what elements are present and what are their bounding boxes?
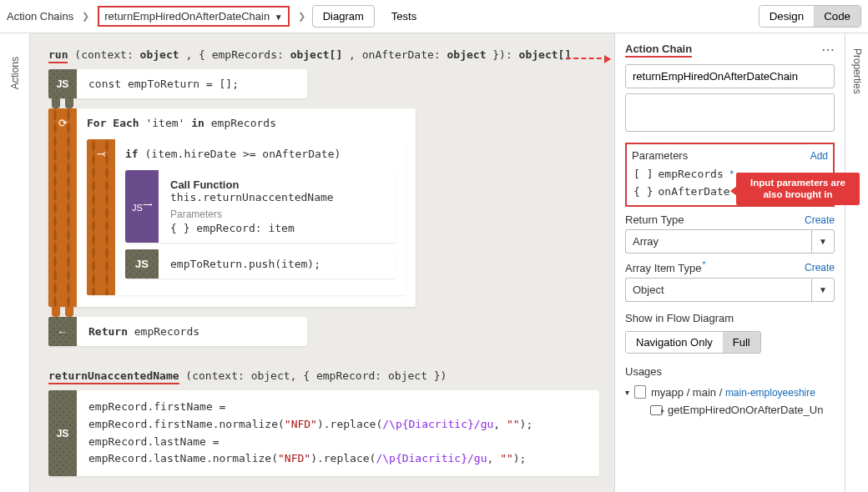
view-toggle: Design Code [759, 5, 861, 28]
usages-label: Usages [625, 365, 835, 378]
create-return-type-link[interactable]: Create [805, 214, 835, 226]
js-icon: JS [48, 69, 77, 98]
usage-parent[interactable]: ▾ myapp / main / main-employeeshire [625, 383, 835, 401]
chevron-down-icon: ▼ [275, 13, 283, 22]
breadcrumb: Action Chains ❯ returnEmpHiredOnAfterDat… [7, 6, 305, 27]
show-in-flow-label: Show in Flow Diagram [625, 312, 734, 324]
chevron-right-icon: ❯ [298, 11, 305, 22]
function-signature-returnUnaccentedName: returnUnaccentedName (context: object, {… [48, 369, 596, 382]
annotation-arrow-icon [566, 58, 609, 59]
seg-full[interactable]: Full [723, 332, 760, 353]
right-rail: Properties [845, 33, 868, 492]
collapse-icon[interactable]: ▾ [625, 388, 629, 397]
file-icon [634, 385, 646, 399]
return-type-select[interactable]: Array [625, 229, 811, 254]
array-item-type-label: Array Item Type [625, 262, 702, 274]
chevron-down-icon[interactable]: ▼ [811, 229, 835, 254]
panel-title: Action Chain [625, 43, 692, 58]
seg-navigation-only[interactable]: Navigation Only [626, 332, 723, 353]
chevron-right-icon: ❯ [82, 11, 89, 22]
return-icon: ← [48, 317, 77, 346]
action-chain-icon [650, 405, 663, 415]
foreach-header: For Each 'item' in empRecords [87, 117, 406, 129]
usage-child[interactable]: getEmpHiredOnOrAfterDate_Un [625, 401, 835, 419]
properties-panel: Action Chain ⋯ Parameters Add [ ] empRec… [614, 33, 845, 492]
diagram-canvas: run (context: object , { empRecords: obj… [30, 33, 614, 492]
callout-annotation: Input parameters are also brought in [736, 173, 860, 205]
tab-tests[interactable]: Tests [381, 6, 426, 27]
parameters-label: Parameters [632, 149, 688, 162]
js-icon: JS [125, 249, 159, 279]
chain-id-input[interactable] [625, 64, 835, 88]
left-rail-label[interactable]: Actions [9, 57, 21, 89]
chain-description-input[interactable] [625, 93, 835, 132]
return-node[interactable]: ← Return empRecords [48, 317, 307, 346]
loop-icon: ⟳ [48, 108, 77, 307]
left-rail: Actions [0, 33, 30, 492]
call-function-icon: JS⟶ [125, 170, 159, 243]
js-node-const[interactable]: JS const empToReturn = []; [48, 69, 307, 98]
call-function-node[interactable]: JS⟶ Call Function this.returnUnaccentedN… [125, 170, 396, 243]
js-node-push[interactable]: JS empToReturn.push(item); [125, 249, 396, 279]
tab-diagram[interactable]: Diagram [312, 5, 375, 28]
add-parameter-link[interactable]: Add [810, 150, 828, 162]
right-rail-label[interactable]: Properties [851, 48, 863, 94]
chevron-down-icon[interactable]: ▼ [811, 278, 835, 302]
breadcrumb-root[interactable]: Action Chains [7, 10, 73, 23]
toggle-code[interactable]: Code [814, 6, 860, 27]
if-node[interactable]: ⤙ if (item.hireDate >= onAfterDate) JS⟶ … [87, 139, 406, 295]
toggle-design[interactable]: Design [760, 6, 815, 27]
if-condition: if (item.hireDate >= onAfterDate) [125, 148, 396, 160]
create-array-item-link[interactable]: Create [805, 262, 835, 274]
more-menu-icon[interactable]: ⋯ [821, 42, 835, 58]
js-icon: JS [48, 390, 77, 476]
js-node-normalize[interactable]: JS empRecord.firstName = empRecord.first… [48, 390, 599, 476]
array-item-type-select[interactable]: Object [625, 278, 811, 302]
return-type-label: Return Type [625, 213, 684, 226]
function-signature-run: run (context: object , { empRecords: obj… [48, 48, 596, 61]
breadcrumb-current[interactable]: returnEmpHiredOnAfterDateChain ▼ [98, 6, 290, 27]
branch-icon: ⤙ [87, 139, 115, 295]
foreach-node[interactable]: ⟳ For Each 'item' in empRecords ⤙ if (it… [48, 108, 416, 307]
show-in-flow-toggle: Navigation Only Full [625, 331, 761, 354]
